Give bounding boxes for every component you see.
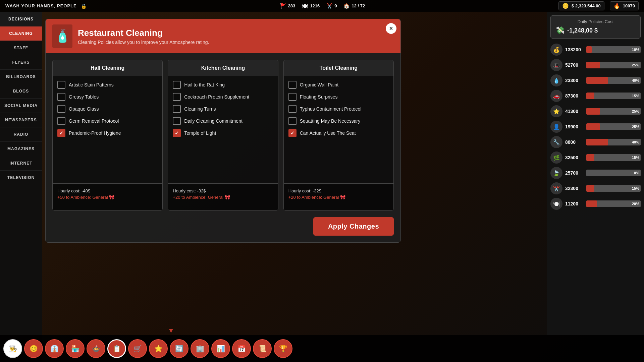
policy-item[interactable]: Can Actually Use The Seat [288, 129, 389, 137]
modal-close-button[interactable]: × [386, 23, 396, 34]
cost-text-kitchen: Hourly cost: -32$ [173, 188, 273, 193]
cost-row-toilet: Hourly cost: -32$+20 to Ambience: Genera… [284, 183, 393, 210]
policy-item[interactable]: Greasy Tables [57, 93, 158, 101]
policy-item[interactable]: Germ Removal Protocol [57, 117, 158, 125]
modal-icon: 🧴 [52, 24, 72, 48]
apply-changes-button[interactable]: Apply Changes [313, 217, 394, 236]
toolbar-btn-scroll[interactable]: 📜 [253, 339, 272, 358]
sidebar-item-staff[interactable]: STAFF [0, 41, 42, 55]
policy-label-toilet-3: Squatting May Be Necessary [300, 118, 361, 124]
stat-flag: 🚩 283 [280, 3, 296, 9]
column-hall-header: Hall Cleaning [53, 60, 162, 76]
policy-label-hall-0: Artistic Stain Patterns [69, 82, 114, 87]
checkbox-kitchen-4[interactable] [173, 129, 181, 137]
sidebar-item-social-media[interactable]: SOCIAL MEDIA [0, 99, 42, 113]
policy-item[interactable]: Daily Cleaning Commitment [173, 117, 273, 125]
fire-icon: 🔥 [613, 3, 620, 9]
policy-item[interactable]: Squatting May Be Necessary [288, 117, 389, 125]
seats-icon: 🏠 [343, 3, 350, 9]
policy-item[interactable]: Floating Surprises [288, 93, 389, 101]
toolbar-btn-cycle[interactable]: 🔄 [170, 339, 189, 358]
checkbox-kitchen-1[interactable] [173, 93, 181, 101]
checkbox-hall-1[interactable] [57, 93, 65, 101]
toolbar-btn-cart[interactable]: 🛒 [128, 339, 147, 358]
sidebar-item-flyers[interactable]: FLYERS [0, 55, 42, 70]
policy-label-toilet-4: Can Actually Use The Seat [300, 130, 356, 136]
money-display: 🪙 $ 2,323,544.00 [558, 1, 604, 10]
column-kitchen-header: Kitchen Cleaning [168, 60, 278, 76]
topbar: WASH YOUR HANDS, PEOPLE 🔒 🚩 283 🍽️ 1216 … [0, 0, 644, 12]
toolbar-btn-calendar[interactable]: 📅 [232, 339, 251, 358]
sidebar-item-television[interactable]: TELEVISION [0, 171, 42, 185]
checkbox-toilet-1[interactable] [288, 93, 297, 101]
policy-item[interactable]: Hail to the Rat King [173, 81, 273, 89]
column-toilet-header: Toilet Cleaning [284, 60, 393, 76]
column-hall: Hall CleaningArtistic Stain PatternsGrea… [52, 60, 163, 210]
policy-label-toilet-1: Floating Surprises [300, 94, 338, 100]
scissors-value: 9 [334, 3, 337, 8]
sidebar-item-decisions[interactable]: DECISIONS [0, 12, 42, 26]
sidebar: DECISIONS CLEANING STAFF FLYERS BILLBOAR… [0, 12, 42, 362]
toolbar-btn-tasks[interactable]: 📋 [107, 339, 126, 358]
modal-subtitle: Cleaning Policies allow you to improve y… [78, 40, 394, 45]
checkbox-toilet-0[interactable] [288, 81, 297, 89]
toolbar-btn-food[interactable]: 🍲 [87, 339, 105, 358]
toolbar-btn-chef[interactable]: 👨‍🍳 [3, 339, 22, 358]
policy-item[interactable]: Temple of Light [173, 129, 273, 137]
policy-label-kitchen-4: Temple of Light [184, 130, 216, 136]
sidebar-item-radio[interactable]: RADIO [0, 127, 42, 142]
checkbox-kitchen-0[interactable] [173, 81, 181, 89]
policy-label-hall-3: Germ Removal Protocol [69, 118, 119, 124]
toolbar-btn-trophy[interactable]: 🏆 [274, 339, 292, 358]
policy-label-hall-2: Opaque Glass [69, 106, 99, 112]
cost-bonus-kitchen: +20 to Ambience: General 🎀 [173, 195, 273, 200]
checkbox-toilet-2[interactable] [288, 105, 297, 113]
topbar-left: WASH YOUR HANDS, PEOPLE 🔒 [5, 3, 87, 9]
checkbox-kitchen-3[interactable] [173, 117, 181, 125]
checkbox-hall-2[interactable] [57, 105, 65, 113]
sidebar-item-billboards[interactable]: BILLBOARDS [0, 70, 42, 84]
checkbox-toilet-3[interactable] [288, 117, 297, 125]
checkbox-hall-0[interactable] [57, 81, 65, 89]
sidebar-item-magazines[interactable]: MAGAZINES [0, 142, 42, 156]
scissors-icon: ✂️ [326, 3, 333, 9]
stat-scissors: ✂️ 9 [326, 3, 337, 9]
policy-item[interactable]: Organic Wall Paint [288, 81, 389, 89]
flag-icon: 🚩 [280, 3, 286, 9]
toolbar-btn-stats[interactable]: 📊 [211, 339, 230, 358]
toolbar-btn-shop[interactable]: 🏪 [66, 339, 85, 358]
sidebar-item-newspapers[interactable]: NEWSPAPERS [0, 113, 42, 127]
policy-label-kitchen-0: Hail to the Rat King [184, 82, 225, 87]
policy-item[interactable]: Pandemic-Proof Hygiene [57, 129, 158, 137]
policy-item[interactable]: Opaque Glass [57, 105, 158, 113]
modal: 🧴 Restaurant Cleaning Cleaning Policies … [45, 19, 401, 243]
toolbar-btn-star[interactable]: ⭐ [149, 339, 168, 358]
toolbar-btn-face[interactable]: 😊 [24, 339, 43, 358]
modal-overlay: 🧴 Restaurant Cleaning Cleaning Policies … [42, 12, 644, 335]
sidebar-item-internet[interactable]: INTERNET [0, 156, 42, 171]
checkbox-hall-4[interactable] [57, 129, 65, 137]
policy-item[interactable]: Artistic Stain Patterns [57, 81, 158, 89]
policy-item[interactable]: Cockroach Protein Supplement [173, 93, 273, 101]
cost-text-toilet: Hourly cost: -32$ [288, 188, 389, 193]
sidebar-item-cleaning[interactable]: CLEANING [0, 26, 42, 41]
cost-bonus-hall: +50 to Ambience: General 🎀 [57, 195, 158, 200]
plates-value: 1216 [310, 3, 320, 8]
cost-bonus-toilet: +20 to Ambience: General 🎀 [288, 195, 389, 200]
policy-item[interactable]: Cleaning Turns [173, 105, 273, 113]
modal-header: 🧴 Restaurant Cleaning Cleaning Policies … [46, 19, 400, 53]
policy-label-toilet-0: Organic Wall Paint [300, 82, 338, 87]
checkbox-kitchen-2[interactable] [173, 105, 181, 113]
bottom-toolbar: 👨‍🍳😊👔🏪🍲📋🛒⭐🔄🏢📊📅📜🏆 [0, 335, 644, 362]
toolbar-btn-manager[interactable]: 👔 [45, 339, 64, 358]
cost-row-hall: Hourly cost: -40$+50 to Ambience: Genera… [53, 183, 162, 210]
checkbox-hall-3[interactable] [57, 117, 65, 125]
toolbar-btn-building[interactable]: 🏢 [191, 339, 209, 358]
policy-label-kitchen-1: Cockroach Protein Supplement [184, 94, 249, 100]
checkbox-toilet-4[interactable] [288, 129, 297, 137]
cost-text-hall: Hourly cost: -40$ [57, 188, 158, 193]
modal-title: Restaurant Cleaning [78, 28, 394, 38]
sidebar-item-blogs[interactable]: BLOGS [0, 84, 42, 99]
policy-label-kitchen-3: Daily Cleaning Commitment [184, 118, 243, 124]
policy-item[interactable]: Typhus Containment Protocol [288, 105, 389, 113]
